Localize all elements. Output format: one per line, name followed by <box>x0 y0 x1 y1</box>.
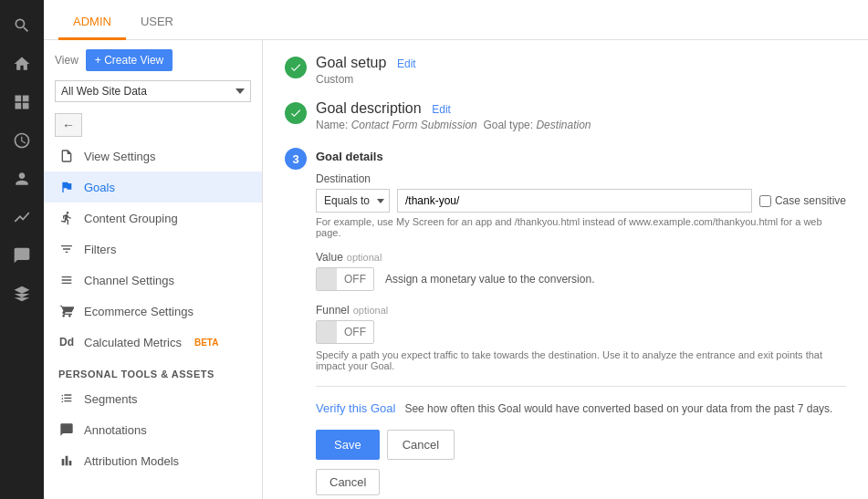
sidebar-item-goals-label: Goals <box>84 181 115 194</box>
step2-indicator <box>285 102 307 124</box>
create-view-button[interactable]: + Create View <box>86 49 173 71</box>
audience-nav-icon[interactable] <box>4 161 40 197</box>
sidebar-item-ecommerce-settings-label: Ecommerce Settings <box>84 305 193 318</box>
top-tabs: ADMIN USER <box>44 0 868 40</box>
funnel-toggle-container[interactable]: OFF <box>316 320 374 344</box>
goal-step-2: Goal description Edit Name: Contact Form… <box>285 100 846 131</box>
step2-edit-link[interactable]: Edit <box>432 103 451 116</box>
value-toggle-container[interactable]: OFF <box>316 267 374 291</box>
sidebar-item-goals[interactable]: Goals <box>44 172 262 203</box>
document-icon <box>58 148 75 164</box>
back-button[interactable]: ← <box>55 113 82 137</box>
step2-type-label: Goal type: <box>483 119 533 131</box>
annotations-icon <box>58 421 75 438</box>
funnel-label-row: Funnel optional <box>316 304 846 317</box>
sidebar-item-segments-label: Segments <box>84 392 138 406</box>
sidebar-item-view-settings[interactable]: View Settings <box>44 140 262 172</box>
sidebar-item-filters-label: Filters <box>84 243 116 256</box>
step2-title: Goal description <box>316 100 422 116</box>
view-select-row: All Web Site Data <box>44 77 262 109</box>
view-label: View <box>55 54 78 67</box>
view-select[interactable]: All Web Site Data <box>55 80 251 102</box>
sidebar-item-content-grouping[interactable]: Content Grouping <box>44 203 262 234</box>
sidebar-item-view-settings-label: View Settings <box>84 150 156 163</box>
step3-indicator: 3 <box>285 148 307 170</box>
sidebar-item-calculated-metrics[interactable]: Dd Calculated Metrics BETA <box>44 327 262 358</box>
admin-nav-icon[interactable] <box>4 275 40 312</box>
step1-subtitle: Custom <box>316 73 846 86</box>
funnel-description: Specify a path you expect traffic to tak… <box>316 349 846 371</box>
cancel-button[interactable]: Cancel <box>387 430 455 460</box>
tab-user[interactable]: USER <box>126 5 188 40</box>
destination-row: Equals to Case sensitive <box>316 189 846 213</box>
verify-link[interactable]: Verify this Goal <box>316 401 395 415</box>
save-button[interactable]: Save <box>316 430 380 460</box>
step3-content: Goal details Destination Equals to <box>316 150 846 495</box>
destination-input[interactable] <box>397 189 752 213</box>
value-label-row: Value optional <box>316 251 846 264</box>
step1-indicator <box>285 57 307 78</box>
equals-to-select[interactable]: Equals to <box>316 189 390 213</box>
tab-admin[interactable]: ADMIN <box>58 5 126 40</box>
step2-name-label: Name: <box>316 119 348 131</box>
value-description: Assign a monetary value to the conversio… <box>385 273 594 286</box>
sidebar: View + Create View All Web Site Data ← V… <box>44 40 263 499</box>
sidebar-item-attribution-models[interactable]: Attribution Models <box>44 445 262 476</box>
search-nav-icon[interactable] <box>4 7 40 44</box>
funnel-optional: optional <box>353 305 389 316</box>
goal-step-3: 3 Goal details Destination Equals to <box>285 146 846 495</box>
sidebar-item-filters[interactable]: Filters <box>44 234 262 265</box>
step1-edit-link[interactable]: Edit <box>397 57 416 70</box>
sidebar-item-segments[interactable]: Segments <box>44 383 262 414</box>
value-toggle-handle[interactable] <box>317 268 337 290</box>
segments-icon <box>58 390 75 407</box>
goal-step-1: Goal setup Edit Custom <box>285 55 846 86</box>
sidebar-item-content-grouping-label: Content Grouping <box>84 212 178 225</box>
verify-desc: See how often this Goal would have conve… <box>404 402 832 415</box>
step2-type-value: Destination <box>536 119 591 131</box>
destination-label: Destination <box>316 172 846 185</box>
destination-group: Destination Equals to Case sensitive <box>316 172 846 238</box>
sidebar-item-channel-settings[interactable]: Channel Settings <box>44 265 262 296</box>
case-sensitive-row: Case sensitive <box>759 194 846 207</box>
funnel-group: Funnel optional OFF Specify a path you e… <box>316 304 846 371</box>
case-sensitive-label: Case sensitive <box>775 194 846 207</box>
attribution-models-icon <box>58 452 75 469</box>
cancel-bottom-button[interactable]: Cancel <box>316 469 380 495</box>
funnel-toggle-handle[interactable] <box>317 321 337 343</box>
sidebar-item-ecommerce-settings[interactable]: Ecommerce Settings <box>44 296 262 327</box>
filter-icon <box>58 241 75 257</box>
main-content: ADMIN USER View + Create View All Web Si… <box>44 0 868 499</box>
value-toggle-label: OFF <box>337 268 373 290</box>
step2-content: Goal description Edit Name: Contact Form… <box>316 100 846 131</box>
dashboard-nav-icon[interactable] <box>4 84 40 120</box>
realtime-nav-icon[interactable] <box>4 122 40 159</box>
channel-settings-icon <box>58 272 75 288</box>
calculated-metrics-icon: Dd <box>58 334 75 350</box>
content-area: View + Create View All Web Site Data ← V… <box>44 40 868 499</box>
divider <box>316 386 846 387</box>
sidebar-item-annotations-label: Annotations <box>84 423 147 437</box>
sidebar-item-attribution-models-label: Attribution Models <box>84 454 179 468</box>
step3-title: Goal details <box>316 150 846 163</box>
nav-bar <box>0 0 44 499</box>
value-optional: optional <box>347 252 382 263</box>
reports-nav-icon[interactable] <box>4 237 40 274</box>
value-label: Value <box>316 251 343 264</box>
acquisition-nav-icon[interactable] <box>4 199 40 235</box>
action-buttons: Save Cancel <box>316 430 846 460</box>
view-row: View + Create View <box>44 40 262 77</box>
verify-row: Verify this Goal See how often this Goal… <box>316 401 846 415</box>
case-sensitive-checkbox[interactable] <box>759 195 771 207</box>
right-panel: Goal setup Edit Custom Goal description … <box>263 40 868 499</box>
step1-content: Goal setup Edit Custom <box>316 55 846 86</box>
destination-hint: For example, use My Screen for an app an… <box>316 216 846 238</box>
sidebar-item-channel-settings-label: Channel Settings <box>84 274 174 287</box>
beta-badge: BETA <box>194 338 218 348</box>
sidebar-item-annotations[interactable]: Annotations <box>44 414 262 445</box>
step2-subtitle: Name: Contact Form Submission Goal type:… <box>316 119 846 131</box>
home-nav-icon[interactable] <box>4 46 40 82</box>
step2-name-value: Contact Form Submission <box>351 119 477 131</box>
cart-icon <box>58 303 75 319</box>
funnel-label: Funnel <box>316 304 350 317</box>
